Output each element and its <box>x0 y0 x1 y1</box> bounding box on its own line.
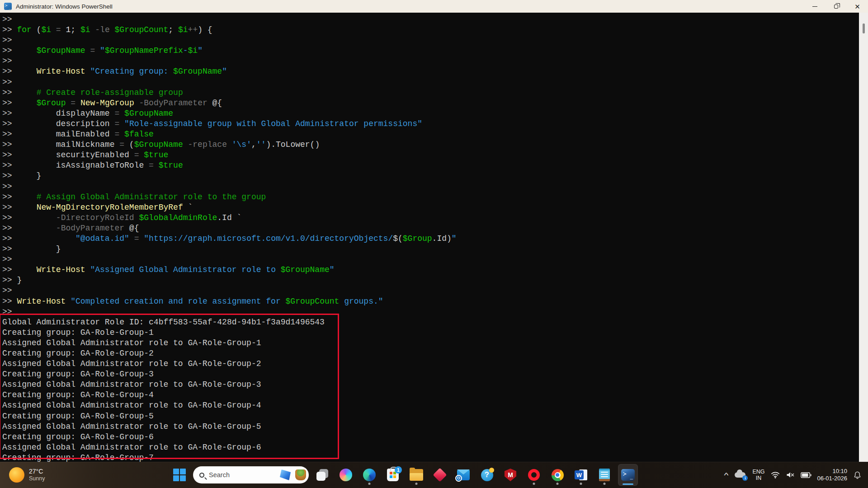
hidden-icons-chevron[interactable]: ^ <box>724 471 729 479</box>
terminal-script-line: >> description = "Role-assignable group … <box>2 119 859 129</box>
close-button[interactable]: ✕ <box>847 0 868 13</box>
terminal-output-line: Global Administrator Role ID: c4bff583-5… <box>2 317 859 328</box>
terminal-script-line: >> <box>2 77 859 88</box>
terminal-output-line: Creating group: GA-Role-Group-4 <box>2 390 859 400</box>
restore-icon <box>834 5 838 9</box>
language-indicator[interactable]: ENG IN <box>752 469 764 481</box>
terminal-script-line: >> Write-Host "Assigned Global Administr… <box>2 265 859 275</box>
terminal-script-line: >> <box>2 35 859 46</box>
window-titlebar: Administrator: Windows PowerShell ✕ <box>0 0 868 13</box>
terminal-output-line: Creating group: GA-Role-Group-3 <box>2 369 859 380</box>
info-badge-icon: i <box>742 475 748 481</box>
microsoft-store-icon: 1 <box>387 469 399 481</box>
battery-button[interactable] <box>801 472 811 478</box>
notepad-button[interactable] <box>594 464 614 486</box>
clock[interactable]: 10:10 06-01-2026 <box>817 468 848 482</box>
opera-icon <box>528 469 540 481</box>
volume-muted-icon <box>786 471 795 479</box>
outlook-button[interactable]: O <box>453 464 473 486</box>
wifi-icon <box>771 471 780 479</box>
terminal-script-line: >> isAssignableToRole = $true <box>2 160 859 171</box>
system-tray: ^ i ENG IN <box>725 462 868 488</box>
terminal-script-line: >> } <box>2 244 859 254</box>
diamond-app-icon <box>433 468 447 482</box>
terminal-console[interactable]: >>>> for ($i = 1; $i -le $GroupCount; $i… <box>0 13 859 462</box>
file-explorer-icon <box>410 469 423 481</box>
terminal-output-line: Assigned Global Administrator role to GA… <box>2 442 859 453</box>
terminal-output-line: Creating group: GA-Role-Group-1 <box>2 328 859 338</box>
terminal-output-line: Assigned Global Administrator role to GA… <box>2 359 859 369</box>
edge-icon <box>363 469 376 481</box>
terminal-script-line: >> <box>2 254 859 265</box>
terminal-output-line: Assigned Global Administrator role to GA… <box>2 422 859 432</box>
tray-status-button[interactable]: i <box>735 470 746 479</box>
language-code: ENG <box>752 469 764 475</box>
mcafee-shield-icon: M <box>505 469 516 481</box>
task-view-icon <box>316 469 328 481</box>
file-explorer-button[interactable] <box>406 464 426 486</box>
terminal-script-line: >> Write-Host "Creating group: $GroupNam… <box>2 66 859 77</box>
weather-widget[interactable]: 27°C Sunny <box>5 462 48 488</box>
wifi-button[interactable] <box>771 471 780 479</box>
terminal-script-line: >> securityEnabled = $true <box>2 150 859 160</box>
minimize-icon <box>812 6 817 7</box>
terminal-script-line: >> mailEnabled = $false <box>2 129 859 140</box>
search-highlight-image-1[interactable] <box>280 469 291 480</box>
terminal-output-line: Creating group: GA-Role-Group-6 <box>2 432 859 442</box>
chrome-button[interactable] <box>547 464 567 486</box>
terminal-script-line: >> <box>2 14 859 25</box>
windows-logo-icon <box>173 469 186 481</box>
tray-time: 10:10 <box>817 468 848 475</box>
restore-button[interactable] <box>826 0 847 13</box>
close-icon: ✕ <box>854 3 860 10</box>
copilot-icon <box>340 469 352 481</box>
terminal-output-line: Assigned Global Administrator role to GA… <box>2 400 859 411</box>
powershell-icon <box>621 469 635 481</box>
terminal-script-line: >> # Create role-assignable group <box>2 88 859 98</box>
question-mark-app-icon: ? <box>481 469 493 481</box>
terminal-output-line: Assigned Global Administrator role to GA… <box>2 380 859 390</box>
opera-button[interactable] <box>524 464 544 486</box>
language-region: IN <box>752 475 764 481</box>
terminal-script-line: >> displayName = $GroupName <box>2 108 859 119</box>
edge-button[interactable] <box>359 464 379 486</box>
scrollbar-thumb[interactable] <box>863 23 865 33</box>
terminal-output-line: Creating group: GA-Role-Group-5 <box>2 411 859 422</box>
volume-button[interactable] <box>786 471 795 479</box>
diamond-app-button[interactable] <box>430 464 450 486</box>
powershell-window-icon <box>4 3 12 10</box>
terminal-script-line: >> -DirectoryRoleId $GlobalAdminRole.Id … <box>2 213 859 223</box>
powershell-taskbar-button[interactable] <box>618 464 638 486</box>
terminal-output-line: Assigned Global Administrator role to GA… <box>2 338 859 348</box>
notepad-icon <box>599 469 610 481</box>
taskbar-search-box[interactable]: Search <box>193 466 309 483</box>
terminal-script-line: >> -BodyParameter @{ <box>2 223 859 234</box>
terminal-script-line: >> # Assign Global Administrator role to… <box>2 192 859 202</box>
microsoft-store-button[interactable]: 1 <box>383 464 403 486</box>
terminal-script-line: >> } <box>2 171 859 181</box>
screen: Administrator: Windows PowerShell ✕ >>>>… <box>0 0 868 488</box>
battery-icon <box>801 472 811 478</box>
search-highlight-image-2[interactable] <box>295 469 306 480</box>
terminal-script-line: >> <box>2 307 859 317</box>
task-view-button[interactable] <box>312 464 332 486</box>
start-button[interactable] <box>170 464 189 486</box>
word-icon: W <box>575 469 587 481</box>
terminal-script-line: >> <box>2 182 859 192</box>
notification-bell-icon <box>853 471 862 479</box>
weather-temperature: 27°C <box>29 468 45 475</box>
mcafee-button[interactable]: M <box>500 464 520 486</box>
word-button[interactable]: W <box>571 464 591 486</box>
chrome-icon <box>552 469 564 481</box>
notification-center-button[interactable] <box>853 471 862 479</box>
taskbar-center-cluster: Search 1 O ? <box>170 462 638 488</box>
help-app-button[interactable]: ? <box>477 464 497 486</box>
minimize-button[interactable] <box>804 0 826 13</box>
terminal-script-line: >> New-MgDirectoryRoleMemberByRef ` <box>2 202 859 213</box>
terminal-output-line: Creating group: GA-Role-Group-7 <box>2 453 859 462</box>
terminal-script-line: >> <box>2 286 859 296</box>
terminal-scrollbar[interactable] <box>859 13 868 462</box>
weather-condition: Sunny <box>29 475 45 482</box>
copilot-button[interactable] <box>336 464 356 486</box>
search-icon <box>199 473 204 478</box>
